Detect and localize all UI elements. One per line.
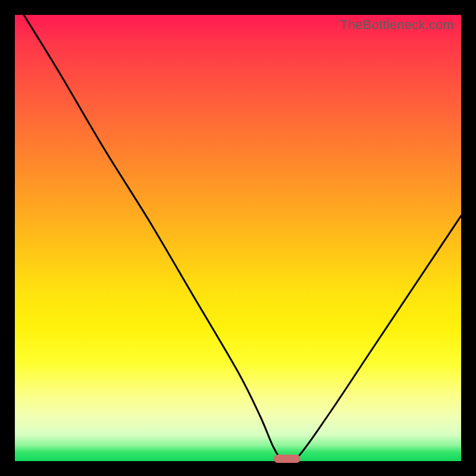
curve-path <box>24 15 461 462</box>
optimal-marker <box>274 455 300 463</box>
bottleneck-curve <box>15 15 461 461</box>
chart-frame: TheBottleneck.com <box>0 0 476 476</box>
plot-area: TheBottleneck.com <box>15 15 461 461</box>
